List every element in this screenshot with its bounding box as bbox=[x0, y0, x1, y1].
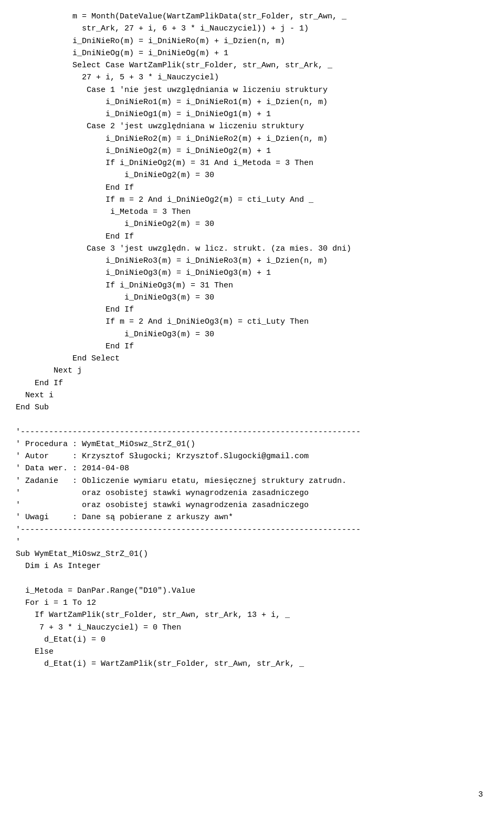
code-content: m = Month(DateValue(WartZamPlikData(str_… bbox=[16, 11, 488, 670]
page-container: m = Month(DateValue(WartZamPlikData(str_… bbox=[0, 0, 504, 815]
page-number: 3 bbox=[478, 790, 483, 799]
